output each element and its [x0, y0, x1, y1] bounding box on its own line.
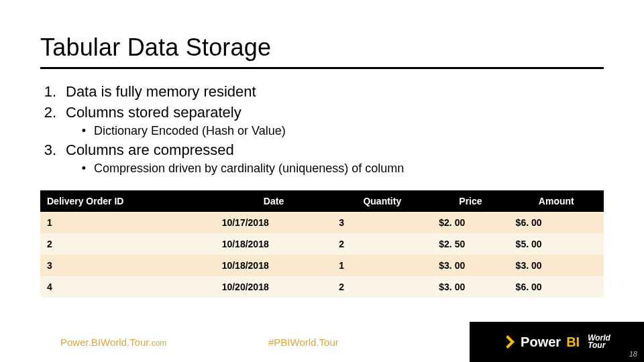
table-row: 4 10/20/2018 2 $3. 00 $6. 00 — [40, 276, 604, 298]
list-item-3: 3. Columns are compressed — [40, 141, 604, 160]
col-header-id: Delivery Order ID — [40, 190, 215, 212]
list-number: 3. — [40, 141, 56, 160]
cell-date: 10/20/2018 — [215, 276, 333, 298]
brand-text-power: Power — [521, 335, 561, 350]
title-rule — [40, 67, 604, 69]
brand-text-bi: BI — [566, 335, 580, 350]
footer-site-main: Power.BIWorld.Tour. — [60, 337, 152, 348]
bullet-dot-icon: • — [80, 123, 87, 139]
brand-stack-bot: Tour — [588, 342, 610, 349]
cell-price: $2. 00 — [432, 212, 508, 233]
cell-date: 10/17/2018 — [215, 212, 333, 233]
table-header-row: Delivery Order ID Date Quantity Price Am… — [40, 190, 604, 212]
table-row: 3 10/18/2018 1 $3. 00 $3. 00 — [40, 255, 604, 276]
list-number: 1. — [40, 82, 56, 102]
list-number: 2. — [40, 103, 56, 123]
cell-id: 2 — [40, 233, 215, 255]
cell-date: 10/18/2018 — [215, 233, 333, 255]
cell-date: 10/18/2018 — [215, 255, 333, 276]
cell-qty: 3 — [332, 212, 432, 233]
col-header-amount: Amount — [509, 190, 604, 212]
cell-qty: 2 — [332, 233, 432, 255]
list-subtext: Compression driven by cardinality (uniqu… — [94, 161, 404, 176]
cell-amount: $6. 00 — [509, 212, 604, 233]
col-header-price: Price — [432, 190, 508, 212]
footer-hashtag: #PBIWorld.Tour — [228, 337, 470, 348]
list-item-2: 2. Columns stored separately — [40, 103, 604, 123]
list-text: Columns stored separately — [66, 103, 241, 123]
cell-id: 1 — [40, 212, 215, 233]
cell-qty: 1 — [332, 255, 432, 276]
cell-price: $3. 00 — [432, 276, 508, 298]
page-number: 18 — [629, 350, 637, 358]
list-subtext: Dictionary Encoded (Hash or Value) — [94, 123, 286, 139]
chevron-icon — [501, 335, 515, 349]
footer: Power.BIWorld.Tour.com #PBIWorld.Tour Po… — [0, 322, 644, 362]
table-row: 2 10/18/2018 2 $2. 50 $5. 00 — [40, 233, 604, 255]
bullet-dot-icon: • — [80, 161, 87, 176]
list-text: Data is fully memory resident — [66, 82, 256, 102]
cell-qty: 2 — [332, 276, 432, 298]
cell-amount: $6. 00 — [509, 276, 604, 298]
data-table: Delivery Order ID Date Quantity Price Am… — [40, 190, 604, 298]
table-row: 1 10/17/2018 3 $2. 00 $6. 00 — [40, 212, 604, 233]
brand-stack: World Tour — [588, 335, 610, 349]
cell-price: $2. 50 — [432, 233, 508, 255]
footer-logo: Power BI World Tour 18 — [470, 322, 644, 362]
cell-amount: $5. 00 — [509, 233, 604, 255]
list-text: Columns are compressed — [66, 141, 234, 160]
list-item-1: 1. Data is fully memory resident — [40, 82, 604, 102]
slide-title: Tabular Data Storage — [40, 34, 604, 62]
col-header-quantity: Quantity — [332, 190, 432, 212]
footer-site: Power.BIWorld.Tour.com — [0, 337, 228, 348]
footer-site-tld: com — [152, 339, 167, 348]
cell-amount: $3. 00 — [509, 255, 604, 276]
bullet-list: 1. Data is fully memory resident 2. Colu… — [40, 82, 604, 177]
cell-id: 4 — [40, 276, 215, 298]
content-area: Tabular Data Storage 1. Data is fully me… — [0, 0, 644, 298]
list-subitem-2: • Dictionary Encoded (Hash or Value) — [40, 123, 604, 139]
col-header-date: Date — [215, 190, 333, 212]
list-subitem-3: • Compression driven by cardinality (uni… — [40, 161, 604, 176]
cell-price: $3. 00 — [432, 255, 508, 276]
slide: Tabular Data Storage 1. Data is fully me… — [0, 0, 644, 362]
cell-id: 3 — [40, 255, 215, 276]
